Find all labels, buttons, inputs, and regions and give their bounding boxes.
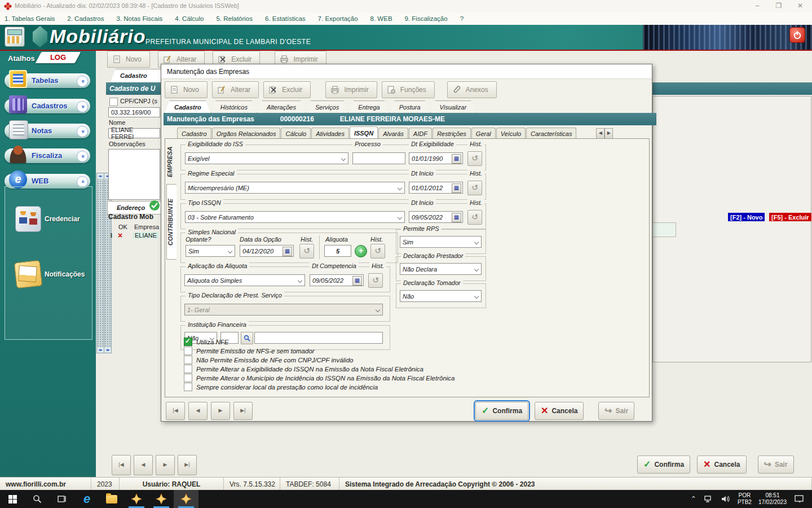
menu-tabelas-gerais[interactable]: 1. Tabelas Gerais <box>5 15 55 22</box>
tab-inner-aidf[interactable]: AIDF <box>409 128 432 139</box>
chevron-down-icon[interactable]: » <box>77 126 88 137</box>
chevron-down-icon[interactable]: » <box>77 151 88 162</box>
menu-cadastros[interactable]: 2. Cadastros <box>67 15 104 22</box>
start-button[interactable] <box>0 490 25 508</box>
tab-inner-caracteristicas[interactable]: Características <box>526 128 576 139</box>
bw-novo-button[interactable]: Novo <box>107 51 150 68</box>
tab-visualizar[interactable]: Visualizar <box>430 100 476 113</box>
first-record-button[interactable]: |◀ <box>166 402 185 420</box>
declaracao-tomador-select[interactable]: Não <box>400 290 482 302</box>
tab-servicos[interactable]: Serviços <box>306 100 348 113</box>
menu-estatisticas[interactable]: 6. Estatísticas <box>265 15 306 22</box>
observacoes-textarea[interactable] <box>108 149 160 200</box>
left-splitter-scrollbar[interactable]: ◂▸◂▸ <box>96 173 104 353</box>
chevron-down-icon[interactable]: » <box>77 76 88 87</box>
tab-inner-restricoes[interactable]: Restrições <box>433 128 471 139</box>
next-record-button[interactable]: ▶ <box>156 455 175 475</box>
tab-inner-orgaos[interactable]: Orgãos Relacionados <box>212 128 281 139</box>
tab-postura[interactable]: Postura <box>390 100 430 113</box>
aliquota-input[interactable]: 5 <box>324 245 351 257</box>
alterar-exigibilidade-checkbox[interactable] <box>184 365 192 373</box>
data-opcao-input[interactable]: 04/12/2020▦ <box>240 245 294 257</box>
tab-inner-geral[interactable]: Geral <box>471 128 496 139</box>
sidebar-item-notas[interactable]: Notas » <box>5 124 90 138</box>
calendar-icon[interactable]: ▦ <box>452 213 461 222</box>
tab-scroll-left-button[interactable]: ◀ <box>596 128 604 139</box>
prev-record-button[interactable]: ◀ <box>188 402 208 420</box>
main-sair-button[interactable]: ↪Sair <box>758 456 794 474</box>
menu-fiscalizacao[interactable]: 9. Fiscalização <box>405 15 448 22</box>
log-tab[interactable]: LOG <box>36 52 81 63</box>
optante-select[interactable]: Sim <box>186 245 235 257</box>
tab-inner-cadastro[interactable]: Cadastro <box>177 128 211 139</box>
sidebar-item-fiscaliza[interactable]: Fiscaliza » <box>5 148 90 163</box>
cnpj-invalido-checkbox[interactable] <box>184 356 192 364</box>
menu-relatorios[interactable]: 5. Relatórios <box>216 15 253 22</box>
power-button[interactable] <box>789 27 805 43</box>
sidebar-item-credenciar[interactable]: Credenciar <box>15 204 89 234</box>
side-tab-empresa[interactable]: EMPRESA <box>166 142 173 182</box>
restore-button[interactable]: ❐ <box>770 2 787 11</box>
tab-inner-issqn[interactable]: ISSQN <box>350 126 378 139</box>
sidebar-item-cadastros[interactable]: Cadastros » <box>5 99 90 113</box>
cpf-input[interactable]: 03.332.169/00 <box>108 107 160 117</box>
exigibilidade-select[interactable]: Exigível <box>185 152 348 164</box>
right-splitter-scrollbar[interactable]: ◂▸◂▸ <box>104 173 112 353</box>
task-view-button[interactable] <box>50 490 74 508</box>
local-prestacao-checkbox[interactable] <box>184 383 192 391</box>
nome-input[interactable]: ELIANE FERREI <box>108 128 160 138</box>
tab-inner-alvaras[interactable]: Alvarás <box>378 128 408 139</box>
dlg-imprimir-button[interactable]: Imprimir <box>325 81 377 98</box>
processo-input[interactable] <box>352 152 405 164</box>
network-icon[interactable] <box>704 495 713 503</box>
exigibilidade-hist-button[interactable]: ↺ <box>467 151 482 166</box>
tab-cadastro[interactable]: Cadastro <box>165 100 211 113</box>
calendar-icon[interactable]: ▦ <box>352 276 362 286</box>
taskbar-search-button[interactable] <box>25 490 50 508</box>
chevron-down-icon[interactable]: » <box>77 101 88 112</box>
tray-chevron-icon[interactable]: ⌃ <box>691 495 696 503</box>
tipo-issqn-select[interactable]: 03 - Sobre Faturamento <box>185 211 405 223</box>
speaker-icon[interactable] <box>721 495 730 503</box>
menu-help[interactable]: ? <box>460 15 464 22</box>
tipo-issqn-hist-button[interactable]: ↺ <box>467 210 482 225</box>
aplicacao-aliquota-select[interactable]: Aliquota do Simples <box>184 274 305 286</box>
taskbar-app2-button[interactable] <box>149 490 174 508</box>
tab-alteracoes[interactable]: Alterações <box>257 100 306 113</box>
search-icon[interactable] <box>241 332 253 344</box>
nfse-sem-tomador-checkbox[interactable] <box>184 347 192 355</box>
aliquota-hist-button[interactable]: ↺ <box>370 244 385 259</box>
main-cancela-button[interactable]: ✕Cancela <box>697 456 746 474</box>
dlg-funcoes-button[interactable]: Funções <box>382 81 435 98</box>
first-record-button[interactable]: |◀ <box>112 455 131 475</box>
menu-web[interactable]: 8. WEB <box>370 15 392 22</box>
alterar-municipio-checkbox[interactable] <box>184 374 192 382</box>
next-record-button[interactable]: ▶ <box>211 402 230 420</box>
last-record-button[interactable]: ▶| <box>233 402 253 420</box>
dialog-titlebar[interactable]: Manutenção das Empresas <box>161 64 652 79</box>
tab-inner-atividades[interactable]: Atividades <box>311 128 349 139</box>
dlg-sair-button[interactable]: ↪Sair <box>598 402 634 420</box>
notification-center-icon[interactable] <box>794 494 804 503</box>
calendar-icon[interactable]: ▦ <box>452 183 461 193</box>
side-tab-contribuinte[interactable]: CONTRIBUINTE <box>166 184 176 260</box>
simples-hist-button[interactable]: ↺ <box>299 244 314 259</box>
bw-cpf-checkbox[interactable] <box>109 98 118 106</box>
taskbar-explorer-button[interactable] <box>99 490 124 508</box>
tab-entrega[interactable]: Entrega <box>348 100 390 113</box>
chevron-up-icon[interactable]: « <box>77 176 88 187</box>
aplicacao-hist-button[interactable]: ↺ <box>368 273 383 288</box>
menu-calculo[interactable]: 4. Cálculo <box>175 15 204 22</box>
calendar-icon[interactable]: ▦ <box>283 247 292 256</box>
tab-inner-veiculo[interactable]: Veículo <box>496 128 526 139</box>
close-button[interactable]: ✕ <box>792 2 809 11</box>
language-indicator[interactable]: POR PTB2 <box>738 492 752 506</box>
tab-historicos[interactable]: Históricos <box>211 100 257 113</box>
add-aliquota-button[interactable]: + <box>355 245 367 257</box>
dlg-excluir-button[interactable]: Excluir <box>263 81 311 98</box>
sidebar-item-notificacoes[interactable]: Notificações <box>15 259 89 290</box>
menu-notas-fiscais[interactable]: 3. Notas Fiscais <box>117 15 163 22</box>
sidebar-item-tabelas[interactable]: Tabelas » <box>5 73 90 88</box>
regime-dt-input[interactable]: 01/01/2012▦ <box>409 182 463 194</box>
dlg-confirma-button[interactable]: ✓Confirma <box>475 402 528 420</box>
